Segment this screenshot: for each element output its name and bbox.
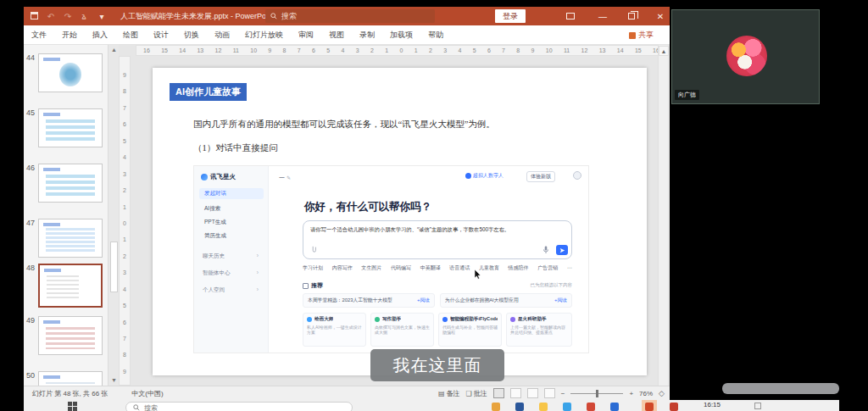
ribbon-tab[interactable]: 文件 xyxy=(24,30,54,41)
category-tag[interactable]: 代码编写 xyxy=(391,264,411,272)
ribbon-tab[interactable]: 切换 xyxy=(176,30,207,41)
notes-button[interactable]: ▤备注 xyxy=(438,389,460,398)
slide-thumbnail[interactable]: 48 xyxy=(24,262,108,311)
send-button[interactable] xyxy=(556,245,568,255)
category-tag[interactable]: 语音通话 xyxy=(449,264,470,272)
spark-chat-title[interactable]: 一 ✎ xyxy=(279,174,291,182)
redo-icon[interactable]: ↷ xyxy=(61,12,75,21)
slideshow-view-button[interactable] xyxy=(544,388,555,398)
thumbnail-scrollbar[interactable]: ▲ ▼ xyxy=(108,45,119,386)
scroll-up-icon[interactable]: ▲ xyxy=(108,45,120,55)
comments-button[interactable]: ❑批注 xyxy=(466,389,487,398)
spark-sidebar-item[interactable]: 简历生成 xyxy=(199,230,264,242)
category-tag[interactable]: 学习计划 xyxy=(303,264,323,272)
spark-sidebar-item[interactable]: 发起对话 xyxy=(199,188,264,199)
ribbon-tab[interactable]: 设计 xyxy=(146,30,176,41)
ribbon-tab[interactable]: 审阅 xyxy=(291,30,321,41)
taskbar-clock[interactable]: 16:15 xyxy=(704,401,721,408)
minimize-icon[interactable]: — xyxy=(590,7,615,25)
taskbar-app-icon[interactable] xyxy=(515,403,524,411)
mic-icon[interactable] xyxy=(542,246,549,254)
fit-to-window-icon[interactable]: ◇ xyxy=(659,389,665,397)
paperclip-icon[interactable] xyxy=(310,246,317,254)
category-tag[interactable]: ⋯ xyxy=(567,264,572,272)
category-tag[interactable]: 儿童教育 xyxy=(479,264,499,272)
taskbar-app-icon[interactable] xyxy=(563,403,571,411)
zoom-level[interactable]: 76% xyxy=(639,390,653,397)
category-tag[interactable]: 广告营销 xyxy=(537,264,558,272)
taskbar-app-icon[interactable] xyxy=(587,403,595,411)
spark-sidebar-section[interactable]: 智能体中心› xyxy=(203,269,264,277)
language-indicator[interactable]: 中文(中国) xyxy=(131,389,163,398)
ribbon-tab[interactable]: 录制 xyxy=(352,30,382,41)
spark-sidebar-item[interactable]: PPT生成 xyxy=(199,217,264,228)
undo-icon[interactable]: ↶ xyxy=(44,12,58,21)
taskbar-tray-icon[interactable] xyxy=(754,403,761,409)
reading-view-button[interactable] xyxy=(527,388,538,398)
ribbon-tab[interactable]: 帮助 xyxy=(420,30,451,41)
slide-body-text[interactable]: 国内几乎所有的通用的模型都可以完成该任务，现以“讯飞星火大模型”为例。 xyxy=(193,119,495,131)
new-version-button[interactable]: 体验新版 xyxy=(526,171,555,182)
assistant-card[interactable]: 星火科研助手 上传一篇文献，智能解读内容并总结归纳、提炼重点 xyxy=(506,313,572,347)
start-button[interactable] xyxy=(68,402,77,411)
taskbar-app-icon[interactable] xyxy=(539,403,548,411)
ribbon-tab[interactable]: 开始 xyxy=(54,30,85,41)
ribbon-tab[interactable]: 视图 xyxy=(321,30,352,41)
start-slideshow-icon[interactable]: 𑀐 xyxy=(78,12,92,21)
taskbar-app-icon[interactable] xyxy=(610,403,619,411)
ruler-tick: 1 xyxy=(385,47,388,53)
slide-thumbnail[interactable]: 44 xyxy=(24,52,108,101)
slide-sorter-view-button[interactable] xyxy=(510,388,521,398)
spark-prompt-input[interactable]: 请你写一个适合幼儿园中班的小朋友学习的、“诚信”主题的故事，字数在500字左右。 xyxy=(303,220,572,259)
taskbar-search[interactable]: 搜索 xyxy=(125,402,353,411)
ribbon-tab[interactable]: 加载项 xyxy=(382,30,420,41)
category-tag[interactable]: 文生图片 xyxy=(361,264,381,272)
digital-human-button[interactable]: 超拟人数字人 xyxy=(465,172,504,180)
assistant-card[interactable]: 绘画大师 私人AI绘画师，一键生成设计方案 xyxy=(303,313,366,347)
taskbar-app-icon[interactable] xyxy=(492,403,500,411)
spark-sidebar-item[interactable]: AI搜索 xyxy=(199,203,264,214)
zoom-slider-thumb[interactable] xyxy=(596,390,598,397)
category-tag[interactable]: 中英翻译 xyxy=(420,264,441,272)
search-box[interactable]: 搜索 xyxy=(265,9,435,23)
slide-thumbnail[interactable]: 50 xyxy=(24,369,108,386)
zoom-out-icon[interactable]: − xyxy=(561,390,565,397)
zoom-slider[interactable] xyxy=(570,393,623,394)
login-button[interactable]: 登录 xyxy=(495,9,526,23)
editor-scrollbar[interactable]: ▲ xyxy=(658,45,668,386)
spark-sidebar-section[interactable]: 聊天历史› xyxy=(203,253,264,260)
ribbon-tab[interactable]: 动画 xyxy=(207,30,237,41)
slide-body-text[interactable]: （1）对话中直接提问 xyxy=(193,142,278,154)
taskbar-powerpoint-icon[interactable] xyxy=(645,403,654,411)
spark-sidebar-section[interactable]: 个人空间› xyxy=(203,286,264,294)
scrollbar-thumb[interactable] xyxy=(110,242,118,292)
slide-thumbnail[interactable]: 45 xyxy=(24,107,108,156)
share-button[interactable]: 共享 xyxy=(629,25,654,45)
headline-card[interactable]: 本周学堂精选：2023人工智能十大模型 +阅读 xyxy=(303,293,435,308)
ribbon-tab[interactable]: 绘图 xyxy=(115,30,146,41)
assistant-card[interactable]: 写作助手 高效撰写与润色文案，快速生成大纲 xyxy=(370,313,434,347)
zoom-in-icon[interactable]: + xyxy=(629,390,633,397)
category-tag[interactable]: 内容写作 xyxy=(332,264,353,272)
assistant-card[interactable]: 智能编程助手iFlyCode 代码生成与补全，智能问答辅助编程 xyxy=(438,313,502,347)
restore-icon[interactable] xyxy=(619,7,644,25)
save-icon[interactable] xyxy=(27,12,41,21)
ribbon-tab[interactable]: 幻灯片放映 xyxy=(237,30,291,41)
quick-access-dropdown-icon[interactable]: ▾ xyxy=(95,12,108,21)
slide-thumbnail[interactable]: 46 xyxy=(24,162,108,211)
headline-link[interactable]: +阅读 xyxy=(554,297,567,304)
ruler-tick: 8 xyxy=(283,47,287,53)
spark-avatar[interactable] xyxy=(573,171,581,180)
normal-view-button[interactable] xyxy=(493,388,504,398)
taskbar-app-icon[interactable] xyxy=(670,403,678,411)
slide-thumbnail[interactable]: 49 xyxy=(24,314,108,364)
scroll-up-icon[interactable]: ▲ xyxy=(659,46,669,56)
ribbon-display-options-icon[interactable] xyxy=(558,7,583,25)
headline-link[interactable]: +阅读 xyxy=(417,297,430,304)
ribbon-tab[interactable]: 插入 xyxy=(85,30,115,41)
slide-thumbnail[interactable]: 47 xyxy=(24,217,108,266)
slide-title[interactable]: AI创作儿童故事 xyxy=(170,83,247,101)
close-icon[interactable]: ✕ xyxy=(648,7,673,25)
category-tag[interactable]: 情感陪伴 xyxy=(509,264,529,272)
headline-card[interactable]: 为什么企业都在拥抱AI大模型应用 +阅读 xyxy=(440,293,572,308)
